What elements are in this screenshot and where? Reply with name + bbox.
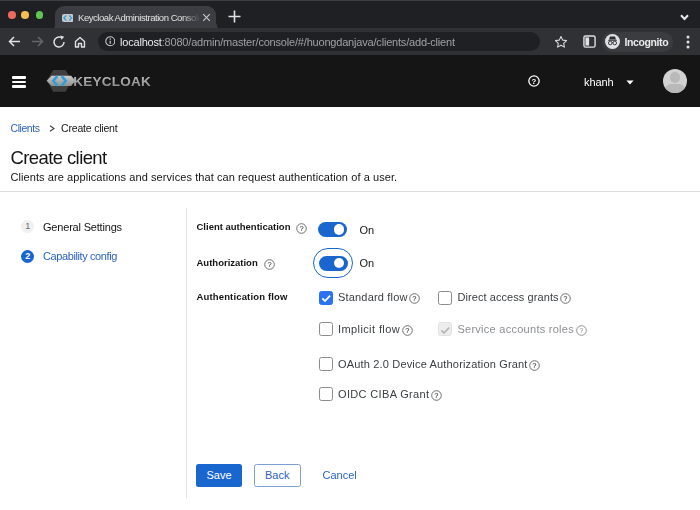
svg-text:?: ?	[300, 224, 304, 233]
svg-text:?: ?	[531, 76, 536, 85]
svg-text:?: ?	[434, 391, 439, 400]
svg-text:?: ?	[579, 326, 583, 335]
svg-text:?: ?	[267, 260, 271, 269]
svg-text:?: ?	[564, 294, 568, 303]
svg-text:?: ?	[532, 361, 536, 370]
svg-text:?: ?	[405, 326, 410, 335]
svg-text:KEYCLOAK: KEYCLOAK	[73, 74, 151, 89]
svg-text:?: ?	[412, 294, 416, 303]
